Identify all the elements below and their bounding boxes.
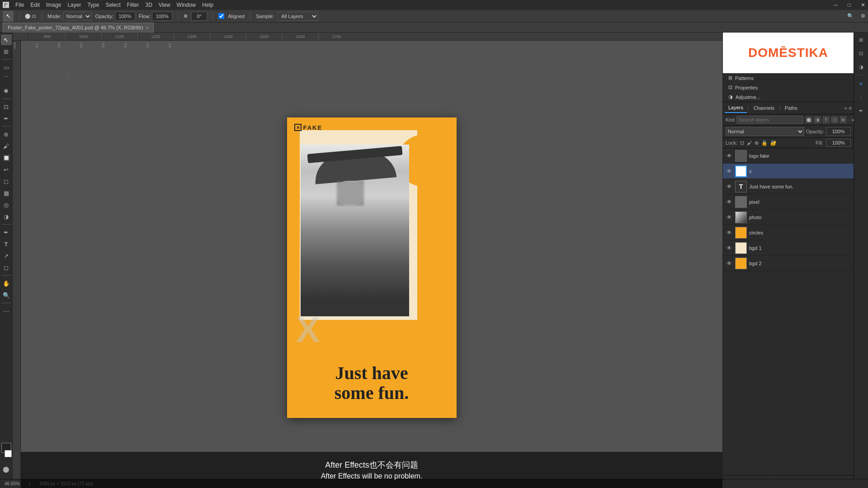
brush-extra-btn[interactable]: ⚙ bbox=[861, 13, 865, 19]
menu-edit[interactable]: Edit bbox=[30, 2, 40, 8]
layer-item-pixel[interactable]: 👁 pixel bbox=[723, 194, 854, 210]
panel-properties-icon[interactable]: ⊡ bbox=[856, 48, 867, 59]
menu-select[interactable]: Select bbox=[105, 2, 120, 8]
lasso-tool[interactable]: ⌒ bbox=[1, 74, 12, 84]
panel-properties[interactable]: ⊡ Properties bbox=[723, 83, 854, 92]
magic-wand-tool[interactable]: ✱ bbox=[1, 85, 12, 96]
menu-filter[interactable]: Filter bbox=[127, 2, 139, 8]
tab-close-btn[interactable]: × bbox=[146, 25, 149, 30]
gradient-tool[interactable]: ▦ bbox=[1, 188, 12, 198]
sample-select[interactable]: All Layers bbox=[278, 12, 318, 21]
layer-search-input[interactable] bbox=[736, 116, 803, 124]
layer-visibility-text[interactable]: 👁 bbox=[726, 183, 733, 190]
layer-visibility-circles[interactable]: 👁 bbox=[726, 229, 733, 236]
opacity-value-input[interactable] bbox=[826, 127, 851, 136]
filter-adjust-icon[interactable]: ◑ bbox=[814, 116, 821, 123]
panel-channels-icon[interactable]: ⋮ bbox=[856, 92, 867, 103]
menu-view[interactable]: View bbox=[159, 2, 170, 8]
panel-patterns[interactable]: ⊞ Patterns bbox=[723, 73, 854, 83]
menu-type[interactable]: Type bbox=[87, 2, 99, 8]
layer-visibility-bgd2[interactable]: 👁 bbox=[726, 260, 733, 267]
blend-mode-select[interactable]: Normal bbox=[726, 127, 804, 136]
menu-image[interactable]: Image bbox=[46, 2, 61, 8]
layers-expand-icon[interactable]: » bbox=[844, 105, 847, 111]
history-tool[interactable]: ↩ bbox=[1, 164, 12, 175]
menu-layer[interactable]: Layer bbox=[67, 2, 81, 8]
filter-on-toggle[interactable]: ● bbox=[848, 116, 854, 123]
type-tool[interactable]: T bbox=[1, 239, 12, 249]
stamp-tool[interactable]: 🔲 bbox=[1, 152, 12, 163]
lock-all-icon[interactable]: 🔐 bbox=[770, 140, 777, 146]
eyedropper-tool[interactable]: ✒ bbox=[1, 113, 12, 124]
filter-pixel-icon[interactable]: ⬤ bbox=[805, 116, 812, 123]
layer-item-logo-fake[interactable]: 👁 logo fake bbox=[723, 148, 854, 164]
layer-thumb-bgd2 bbox=[735, 258, 747, 269]
layer-visibility-pixel[interactable]: 👁 bbox=[726, 198, 733, 206]
move-tool-btn[interactable]: ↖ bbox=[3, 11, 14, 22]
window-minimize[interactable]: ─ bbox=[834, 2, 838, 8]
menu-window[interactable]: Window bbox=[177, 2, 196, 8]
layer-visibility-photo[interactable]: 👁 bbox=[726, 214, 733, 221]
filter-shape-icon[interactable]: ◻ bbox=[831, 116, 838, 123]
opacity-input[interactable] bbox=[115, 12, 135, 21]
lock-artboard-icon[interactable]: ⊕ bbox=[755, 140, 759, 146]
marquee-tool[interactable]: ▭ bbox=[1, 62, 12, 73]
spot-heal-tool[interactable]: ⊕ bbox=[1, 129, 12, 140]
eraser-tool[interactable]: ◻ bbox=[1, 176, 12, 187]
flow-input[interactable] bbox=[152, 12, 172, 21]
search-icon-btn[interactable]: 🔍 bbox=[847, 13, 854, 19]
layer-visibility-x[interactable]: 👁 bbox=[726, 168, 733, 175]
aligned-checkbox[interactable] bbox=[218, 13, 224, 19]
menu-3d[interactable]: 3D bbox=[145, 2, 152, 8]
fill-label: Fill: bbox=[816, 140, 823, 145]
menu-file[interactable]: File bbox=[15, 2, 24, 8]
panel-layers-icon[interactable]: ≡ bbox=[856, 78, 867, 89]
ruler-tick: 1400 bbox=[210, 33, 246, 41]
crop-tool[interactable]: ⊡ bbox=[1, 101, 12, 112]
lock-transparent-icon[interactable]: ⊡ bbox=[740, 140, 744, 146]
tab-layers[interactable]: Layers bbox=[725, 103, 747, 113]
panel-adjustments-icon[interactable]: ◑ bbox=[856, 61, 867, 72]
layer-visibility-bgd1[interactable]: 👁 bbox=[726, 244, 733, 252]
layer-item-text[interactable]: 👁 T Just have some fun. bbox=[723, 179, 854, 194]
app-icon[interactable]: 🅿 bbox=[3, 1, 9, 9]
layer-item-x[interactable]: 👁 x bbox=[723, 164, 854, 179]
fill-value-input[interactable] bbox=[826, 139, 851, 147]
window-close[interactable]: ✕ bbox=[861, 2, 865, 8]
artboard-tool[interactable]: ⊞ bbox=[1, 46, 12, 57]
menu-help[interactable]: Help bbox=[202, 2, 213, 8]
pen-tool[interactable]: ✒ bbox=[1, 227, 12, 238]
filter-text-icon[interactable]: T bbox=[822, 116, 830, 123]
blur-tool[interactable]: ◎ bbox=[1, 199, 12, 210]
extra-tools[interactable]: ⋯ bbox=[1, 305, 12, 316]
panel-adjustments[interactable]: ◑ Adjustme... bbox=[723, 92, 854, 102]
layer-item-bgd1[interactable]: 👁 bgd 1 bbox=[723, 240, 854, 256]
canvas-content[interactable]: 人人素材 RRCG ✕ FAK bbox=[21, 41, 722, 488]
poster-main-text: Just have some fun. bbox=[335, 363, 409, 403]
layer-visibility-logo-fake[interactable]: 👁 bbox=[726, 152, 733, 160]
layer-item-photo[interactable]: 👁 photo bbox=[723, 210, 854, 225]
path-select-tool[interactable]: ↗ bbox=[1, 250, 12, 261]
background-color[interactable] bbox=[5, 450, 12, 457]
quick-mask-btn[interactable]: ⬤ bbox=[1, 464, 12, 474]
move-tool[interactable]: ↖ bbox=[1, 34, 12, 45]
brush-tool[interactable]: 🖌 bbox=[1, 141, 12, 151]
angle-input[interactable] bbox=[191, 12, 207, 21]
layer-item-bgd2[interactable]: 👁 bgd 2 bbox=[723, 256, 854, 271]
tab-channels[interactable]: Channels bbox=[750, 103, 778, 113]
layer-item-circles[interactable]: 👁 circles bbox=[723, 225, 854, 240]
shape-tool[interactable]: ◻ bbox=[1, 262, 12, 273]
filter-smart-icon[interactable]: ⊕ bbox=[840, 116, 847, 123]
hand-tool[interactable]: ✋ bbox=[1, 278, 12, 289]
panel-patterns-icon[interactable]: ⊞ bbox=[856, 34, 867, 45]
lock-position-icon[interactable]: 🔒 bbox=[761, 140, 768, 146]
dodge-tool[interactable]: ◑ bbox=[1, 211, 12, 222]
zoom-tool[interactable]: 🔍 bbox=[1, 290, 12, 300]
mode-select[interactable]: Normal bbox=[63, 12, 92, 21]
layers-menu-icon[interactable]: ≡ bbox=[849, 105, 852, 111]
lock-image-icon[interactable]: 🖌 bbox=[747, 140, 752, 145]
panel-paths-icon[interactable]: ✒ bbox=[856, 105, 867, 116]
document-tab[interactable]: Poster_Fake_poster_72ppp_A001.psd @ 46.7… bbox=[3, 23, 154, 33]
window-maximize[interactable]: □ bbox=[848, 2, 851, 8]
tab-paths[interactable]: Paths bbox=[781, 103, 801, 113]
